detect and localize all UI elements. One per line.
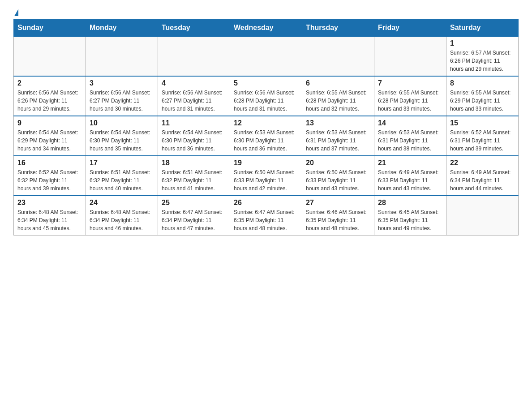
weekday-header-friday: Friday xyxy=(374,19,446,37)
day-number: 18 xyxy=(162,159,226,167)
day-number: 6 xyxy=(306,79,370,87)
calendar-cell: 26Sunrise: 6:47 AM Sunset: 6:35 PM Dayli… xyxy=(230,196,302,235)
day-number: 9 xyxy=(17,119,82,127)
day-number: 25 xyxy=(162,199,226,207)
day-number: 4 xyxy=(162,79,226,87)
day-info: Sunrise: 6:53 AM Sunset: 6:31 PM Dayligh… xyxy=(306,128,370,153)
calendar-cell xyxy=(86,37,158,77)
day-number: 3 xyxy=(90,79,154,87)
day-info: Sunrise: 6:54 AM Sunset: 6:29 PM Dayligh… xyxy=(17,128,82,153)
day-number: 10 xyxy=(90,119,154,127)
day-info: Sunrise: 6:48 AM Sunset: 6:34 PM Dayligh… xyxy=(17,208,82,232)
calendar-cell: 14Sunrise: 6:53 AM Sunset: 6:31 PM Dayli… xyxy=(374,116,446,156)
day-info: Sunrise: 6:50 AM Sunset: 6:33 PM Dayligh… xyxy=(234,168,298,193)
day-number: 16 xyxy=(17,159,82,167)
day-number: 22 xyxy=(450,159,515,167)
day-info: Sunrise: 6:51 AM Sunset: 6:32 PM Dayligh… xyxy=(162,168,226,193)
day-info: Sunrise: 6:56 AM Sunset: 6:28 PM Dayligh… xyxy=(234,89,298,113)
day-info: Sunrise: 6:47 AM Sunset: 6:35 PM Dayligh… xyxy=(234,208,298,232)
calendar-cell: 9Sunrise: 6:54 AM Sunset: 6:29 PM Daylig… xyxy=(14,116,86,156)
day-number: 27 xyxy=(306,199,370,207)
weekday-header-saturday: Saturday xyxy=(446,19,519,37)
day-number: 14 xyxy=(378,119,442,127)
calendar-cell: 19Sunrise: 6:50 AM Sunset: 6:33 PM Dayli… xyxy=(230,156,302,196)
calendar-cell: 6Sunrise: 6:55 AM Sunset: 6:28 PM Daylig… xyxy=(302,76,374,116)
calendar-cell: 23Sunrise: 6:48 AM Sunset: 6:34 PM Dayli… xyxy=(14,196,86,235)
calendar-cell xyxy=(374,37,446,77)
week-row-2: 2Sunrise: 6:56 AM Sunset: 6:26 PM Daylig… xyxy=(14,76,519,116)
day-number: 12 xyxy=(234,119,298,127)
week-row-5: 23Sunrise: 6:48 AM Sunset: 6:34 PM Dayli… xyxy=(14,196,519,235)
weekday-header-row: SundayMondayTuesdayWednesdayThursdayFrid… xyxy=(14,19,519,37)
calendar-cell xyxy=(14,37,86,77)
day-number: 11 xyxy=(162,119,226,127)
day-info: Sunrise: 6:46 AM Sunset: 6:35 PM Dayligh… xyxy=(306,208,370,232)
calendar-cell: 17Sunrise: 6:51 AM Sunset: 6:32 PM Dayli… xyxy=(86,156,158,196)
calendar-cell: 1Sunrise: 6:57 AM Sunset: 6:26 PM Daylig… xyxy=(446,37,519,77)
day-info: Sunrise: 6:45 AM Sunset: 6:35 PM Dayligh… xyxy=(378,208,442,232)
calendar-cell: 27Sunrise: 6:46 AM Sunset: 6:35 PM Dayli… xyxy=(302,196,374,235)
day-info: Sunrise: 6:55 AM Sunset: 6:29 PM Dayligh… xyxy=(450,89,515,113)
calendar-table: SundayMondayTuesdayWednesdayThursdayFrid… xyxy=(13,19,519,235)
calendar-cell: 12Sunrise: 6:53 AM Sunset: 6:30 PM Dayli… xyxy=(230,116,302,156)
day-number: 8 xyxy=(450,79,515,87)
calendar-cell: 22Sunrise: 6:49 AM Sunset: 6:34 PM Dayli… xyxy=(446,156,519,196)
logo-triangle-icon xyxy=(14,9,18,16)
calendar-cell: 25Sunrise: 6:47 AM Sunset: 6:34 PM Dayli… xyxy=(158,196,230,235)
calendar-cell: 15Sunrise: 6:52 AM Sunset: 6:31 PM Dayli… xyxy=(446,116,519,156)
calendar-cell: 10Sunrise: 6:54 AM Sunset: 6:30 PM Dayli… xyxy=(86,116,158,156)
day-info: Sunrise: 6:57 AM Sunset: 6:26 PM Dayligh… xyxy=(450,49,515,73)
calendar-cell: 5Sunrise: 6:56 AM Sunset: 6:28 PM Daylig… xyxy=(230,76,302,116)
weekday-header-monday: Monday xyxy=(86,19,158,37)
calendar-cell: 8Sunrise: 6:55 AM Sunset: 6:29 PM Daylig… xyxy=(446,76,519,116)
calendar-cell xyxy=(158,37,230,77)
weekday-header-sunday: Sunday xyxy=(14,19,86,37)
day-info: Sunrise: 6:55 AM Sunset: 6:28 PM Dayligh… xyxy=(378,89,442,113)
day-info: Sunrise: 6:52 AM Sunset: 6:32 PM Dayligh… xyxy=(17,168,82,193)
day-number: 1 xyxy=(450,39,515,47)
calendar-cell: 24Sunrise: 6:48 AM Sunset: 6:34 PM Dayli… xyxy=(86,196,158,235)
day-number: 20 xyxy=(306,159,370,167)
day-info: Sunrise: 6:49 AM Sunset: 6:33 PM Dayligh… xyxy=(378,168,442,193)
day-number: 21 xyxy=(378,159,442,167)
calendar-cell xyxy=(302,37,374,77)
day-info: Sunrise: 6:56 AM Sunset: 6:26 PM Dayligh… xyxy=(17,89,82,113)
calendar-cell: 4Sunrise: 6:56 AM Sunset: 6:27 PM Daylig… xyxy=(158,76,230,116)
day-number: 24 xyxy=(90,199,154,207)
day-number: 26 xyxy=(234,199,298,207)
calendar-cell: 11Sunrise: 6:54 AM Sunset: 6:30 PM Dayli… xyxy=(158,116,230,156)
calendar-cell: 13Sunrise: 6:53 AM Sunset: 6:31 PM Dayli… xyxy=(302,116,374,156)
day-number: 15 xyxy=(450,119,515,127)
day-info: Sunrise: 6:53 AM Sunset: 6:30 PM Dayligh… xyxy=(234,128,298,153)
day-info: Sunrise: 6:56 AM Sunset: 6:27 PM Dayligh… xyxy=(90,89,154,113)
calendar-cell xyxy=(446,196,519,235)
week-row-3: 9Sunrise: 6:54 AM Sunset: 6:29 PM Daylig… xyxy=(14,116,519,156)
day-number: 13 xyxy=(306,119,370,127)
calendar-cell: 3Sunrise: 6:56 AM Sunset: 6:27 PM Daylig… xyxy=(86,76,158,116)
calendar-cell: 18Sunrise: 6:51 AM Sunset: 6:32 PM Dayli… xyxy=(158,156,230,196)
page-header xyxy=(13,9,519,14)
weekday-header-wednesday: Wednesday xyxy=(230,19,302,37)
calendar-cell: 2Sunrise: 6:56 AM Sunset: 6:26 PM Daylig… xyxy=(14,76,86,116)
day-info: Sunrise: 6:51 AM Sunset: 6:32 PM Dayligh… xyxy=(90,168,154,193)
day-number: 17 xyxy=(90,159,154,167)
day-number: 28 xyxy=(378,199,442,207)
day-info: Sunrise: 6:48 AM Sunset: 6:34 PM Dayligh… xyxy=(90,208,154,232)
day-info: Sunrise: 6:53 AM Sunset: 6:31 PM Dayligh… xyxy=(378,128,442,153)
day-info: Sunrise: 6:54 AM Sunset: 6:30 PM Dayligh… xyxy=(162,128,226,153)
logo xyxy=(13,9,18,14)
week-row-4: 16Sunrise: 6:52 AM Sunset: 6:32 PM Dayli… xyxy=(14,156,519,196)
day-number: 2 xyxy=(17,79,82,87)
calendar-cell: 28Sunrise: 6:45 AM Sunset: 6:35 PM Dayli… xyxy=(374,196,446,235)
calendar-cell: 20Sunrise: 6:50 AM Sunset: 6:33 PM Dayli… xyxy=(302,156,374,196)
day-number: 19 xyxy=(234,159,298,167)
day-number: 23 xyxy=(17,199,82,207)
day-info: Sunrise: 6:52 AM Sunset: 6:31 PM Dayligh… xyxy=(450,128,515,153)
calendar-cell xyxy=(230,37,302,77)
week-row-1: 1Sunrise: 6:57 AM Sunset: 6:26 PM Daylig… xyxy=(14,37,519,77)
calendar-cell: 21Sunrise: 6:49 AM Sunset: 6:33 PM Dayli… xyxy=(374,156,446,196)
weekday-header-tuesday: Tuesday xyxy=(158,19,230,37)
calendar-cell: 7Sunrise: 6:55 AM Sunset: 6:28 PM Daylig… xyxy=(374,76,446,116)
day-number: 7 xyxy=(378,79,442,87)
day-number: 5 xyxy=(234,79,298,87)
